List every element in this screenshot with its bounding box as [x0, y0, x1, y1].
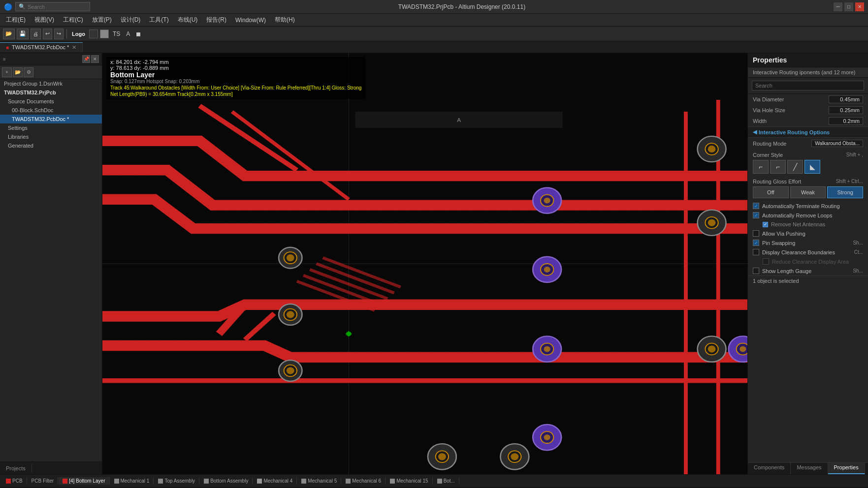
tree-item-project-group[interactable]: Project Group 1.DsnWrk	[0, 79, 102, 88]
tree-item-libraries[interactable]: Libraries	[0, 132, 102, 141]
cb-clearance-label: Display Clearance Boundaries	[762, 249, 835, 255]
toolbar-bg-button[interactable]	[89, 30, 98, 38]
search-input[interactable]	[28, 4, 87, 10]
btab-pcb-filter[interactable]: PCB Filter	[28, 477, 59, 485]
pcb-icon: ■	[6, 45, 9, 50]
menu-route[interactable]: 布线(U)	[174, 15, 202, 25]
toolbar-undo-button[interactable]: ↩	[43, 29, 52, 39]
right-panel: Properties Interactive Routing iponents …	[747, 53, 868, 474]
ptab-projects[interactable]: Projects	[0, 464, 32, 473]
tree-item-schDoc[interactable]: 00-Block.SchDoc	[0, 106, 102, 115]
cb-remove-loops[interactable]	[753, 212, 759, 218]
corner-btn-1[interactable]: ⌐	[770, 160, 786, 174]
menu-view[interactable]: 视图(V)	[31, 15, 58, 25]
panel-add-button[interactable]: +	[2, 67, 12, 77]
cb-antennas[interactable]	[763, 222, 768, 227]
cb-pin-swap[interactable]	[753, 240, 759, 246]
gloss-btn-off[interactable]: Off	[753, 186, 789, 198]
btab-mech6-label: Mechanical 6	[352, 478, 381, 484]
btab-mech5[interactable]: Mechanical 5	[297, 477, 341, 485]
routing-mode-value[interactable]: Walkaround Obsta...	[811, 140, 863, 147]
btab-mech1[interactable]: Mechanical 1	[110, 477, 154, 485]
corner-btn-3[interactable]: ◣	[804, 160, 820, 174]
btab-bottom-layer[interactable]: [4] Bottom Layer	[59, 477, 109, 485]
cb-length-gauge[interactable]	[753, 268, 759, 274]
btab-pcb-filter-label: PCB Filter	[32, 478, 54, 484]
cb-row-via-push: Allow Via Pushing	[748, 229, 868, 238]
panel-header-label: ≡	[3, 57, 6, 62]
menu-report[interactable]: 报告(R)	[202, 15, 230, 25]
menu-engineering[interactable]: 工程(C)	[59, 15, 87, 25]
ptab-components[interactable]: Components	[748, 463, 791, 474]
menu-window[interactable]: Window(W)	[231, 16, 270, 25]
clearance-shift: Ct...	[854, 249, 863, 255]
panel-settings-button[interactable]: ⚙	[24, 67, 33, 77]
toolbar-open-button[interactable]: 📂	[3, 29, 15, 39]
corner-btn-0[interactable]: ⌐	[753, 160, 769, 174]
tree-item-prjpcb[interactable]: TWADSTM32.PrjPcb	[0, 88, 102, 97]
pcb-svg[interactable]: A	[102, 53, 747, 474]
selection-status: 1 object is selected	[748, 275, 868, 286]
btab-mech15-icon	[390, 479, 395, 484]
ptab-messages[interactable]: Messages	[791, 463, 828, 474]
menu-help[interactable]: 帮助(H)	[271, 15, 299, 25]
menu-design[interactable]: 设计(D)	[117, 15, 145, 25]
via-diameter-value[interactable]: 0.45mm	[829, 95, 863, 103]
tree-item-pcbdoc[interactable]: TWADSTM32.PcbDoc *	[0, 115, 102, 123]
right-panel-search-input[interactable]	[752, 81, 864, 91]
btab-mech15[interactable]: Mechanical 15	[386, 477, 432, 485]
gloss-btn-strong[interactable]: Strong	[827, 186, 863, 198]
cb-remove-loops-label: Automatically Remove Loops	[762, 213, 832, 218]
svg-point-25	[544, 434, 550, 440]
menu-project[interactable]: 工程(E)	[2, 15, 30, 25]
toolbar-a-label: A	[124, 30, 132, 37]
tree-item-generated[interactable]: Generated	[0, 141, 102, 150]
menu-place[interactable]: 放置(P)	[88, 15, 116, 25]
corner-btn-2[interactable]: ╱	[787, 160, 803, 174]
btab-more[interactable]: Bot...	[433, 477, 459, 485]
gloss-buttons-group: Off Weak Strong	[753, 186, 863, 198]
cb-via-push[interactable]	[753, 230, 759, 237]
close-button[interactable]: ✕	[855, 2, 864, 11]
doc-tab-active[interactable]: ■ TWADSTM32.PcbDoc * ✕	[0, 42, 83, 52]
toolbar-print-button[interactable]: 🖨	[31, 29, 41, 39]
btab-pcb[interactable]: PCB	[2, 477, 27, 485]
doc-tab-label: TWADSTM32.PcbDoc *	[12, 44, 69, 50]
width-label: Width	[753, 118, 767, 124]
corner-style-label-row: Corner Style Shift + ,	[753, 152, 863, 158]
panel-pin-button[interactable]: 📌	[82, 55, 90, 63]
interactive-routing-header[interactable]: ◀ Interactive Routing Options	[748, 126, 868, 138]
btab-mech4-icon	[257, 479, 262, 484]
interactive-routing-label: Interactive Routing Options	[759, 129, 830, 135]
width-value[interactable]: 0.2mm	[829, 117, 863, 125]
toolbar-redo-button[interactable]: ↪	[54, 29, 64, 39]
btab-bottom-assembly[interactable]: Bottom Assembly	[200, 477, 253, 485]
cb-clearance[interactable]	[753, 249, 759, 255]
cb-terminate[interactable]	[753, 203, 759, 209]
title-search[interactable]: 🔍	[15, 2, 90, 11]
panel-open-button[interactable]: 📂	[13, 67, 23, 77]
btab-more-label: Bot...	[444, 478, 455, 484]
menu-tools[interactable]: 工具(T)	[145, 15, 172, 25]
btab-mech4[interactable]: Mechanical 4	[253, 477, 297, 485]
btab-mech6[interactable]: Mechanical 6	[342, 477, 386, 485]
btab-top-assembly[interactable]: Top Assembly	[154, 477, 199, 485]
svg-point-10	[287, 311, 294, 318]
routing-mode-label: Routing Mode	[753, 141, 787, 147]
minimize-button[interactable]: ─	[834, 2, 842, 11]
doc-tab-close[interactable]: ✕	[72, 44, 76, 51]
panel-tree: Project Group 1.DsnWrk TWADSTM32.PrjPcb …	[0, 79, 102, 461]
tree-item-source-docs[interactable]: Source Documents	[0, 97, 102, 106]
pcb-canvas-area[interactable]: x: 84.201 dx: -2.794 mm y: 78.613 dy: -0…	[102, 53, 747, 474]
pcb-net-info: Net Length(PB9) = 30.654mm Track[0.2mm x…	[110, 92, 361, 97]
right-panel-title: Properties	[748, 53, 868, 67]
tree-item-settings[interactable]: Settings	[0, 123, 102, 132]
via-hole-value[interactable]: 0.25mm	[829, 106, 863, 114]
gloss-btn-weak[interactable]: Weak	[790, 186, 826, 198]
toolbar-save-button[interactable]: 💾	[17, 29, 29, 39]
panel-close-button[interactable]: ✕	[91, 55, 99, 63]
maximize-button[interactable]: □	[844, 2, 853, 11]
ptab-properties[interactable]: Properties	[828, 463, 865, 474]
cb-reduce-clearance[interactable]	[763, 258, 769, 265]
toolbar-fg-button[interactable]	[100, 30, 109, 38]
